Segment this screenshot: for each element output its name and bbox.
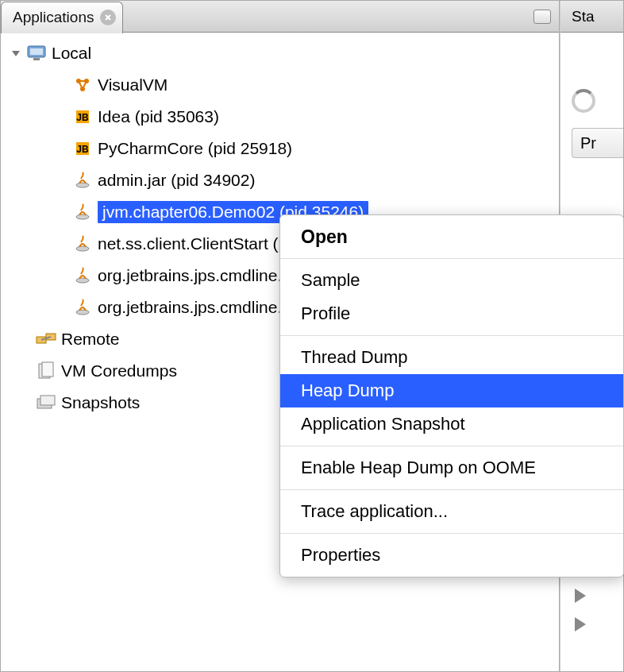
java-icon	[72, 297, 93, 318]
snapshot-icon	[36, 392, 56, 413]
menu-sample[interactable]: Sample	[280, 264, 623, 297]
menu-heap-dump[interactable]: Heap Dump	[280, 374, 623, 407]
svg-text:JB: JB	[76, 112, 89, 123]
menu-open[interactable]: Open	[280, 220, 623, 253]
tree-label: PyCharmCore (pid 25918)	[98, 139, 292, 158]
expand-icon[interactable]	[575, 617, 586, 631]
loading-indicator	[572, 79, 623, 123]
menu-label: Application Snapshot	[301, 414, 465, 434]
menu-separator	[280, 335, 623, 336]
svg-rect-5	[33, 58, 40, 60]
menu-enable-oome[interactable]: Enable Heap Dump on OOME	[280, 451, 623, 485]
svg-point-18	[76, 246, 89, 251]
context-menu: Open Sample Profile Thread Dump Heap Dum…	[279, 214, 624, 577]
tab-label: Applications	[13, 9, 94, 26]
menu-label: Trace application...	[301, 501, 448, 522]
right-tabbar: Sta	[560, 1, 623, 33]
menu-label: Open	[301, 226, 348, 248]
tree-item-idea[interactable]: JB Idea (pid 35063)	[1, 101, 559, 133]
jetbrains-icon: JB	[72, 138, 93, 159]
menu-app-snapshot[interactable]: Application Snapshot	[280, 407, 623, 441]
java-icon	[72, 234, 93, 254]
svg-point-16	[76, 183, 89, 187]
svg-text:JB: JB	[76, 144, 89, 155]
menu-separator	[280, 258, 623, 259]
tab-applications[interactable]: Applications	[1, 2, 123, 33]
right-subtab[interactable]: Pr	[572, 128, 623, 158]
restore-icon[interactable]	[533, 10, 551, 24]
tree-label: Idea (pid 35063)	[98, 107, 219, 126]
disclosure-down-icon[interactable]	[10, 48, 21, 59]
menu-label: Thread Dump	[301, 347, 408, 368]
menu-label: Sample	[301, 270, 360, 291]
spinner-icon	[572, 89, 595, 113]
svg-point-17	[76, 214, 89, 219]
menu-separator	[280, 489, 623, 490]
tree-label: VM Coredumps	[61, 361, 177, 380]
right-tab-label[interactable]: Sta	[572, 8, 595, 25]
tree-item-visualvm[interactable]: VisualVM	[1, 69, 559, 101]
tree-label: VisualVM	[98, 75, 168, 95]
tree-node-local[interactable]: Local	[1, 37, 559, 69]
java-icon	[72, 202, 93, 222]
menu-separator	[280, 533, 623, 534]
menu-label: Profile	[301, 303, 350, 324]
svg-rect-27	[40, 396, 55, 405]
svg-rect-25	[42, 362, 53, 377]
menu-label: Enable Heap Dump on OOME	[301, 458, 536, 478]
subtab-label: Pr	[580, 134, 596, 153]
menu-label: Heap Dump	[301, 380, 394, 401]
svg-marker-2	[12, 51, 20, 56]
menu-thread-dump[interactable]: Thread Dump	[280, 341, 623, 374]
expand-icon[interactable]	[575, 589, 586, 603]
tree-label: Remote	[61, 330, 120, 349]
menu-profile[interactable]: Profile	[280, 297, 623, 330]
menu-trace[interactable]: Trace application...	[280, 495, 623, 528]
java-icon	[72, 265, 93, 286]
java-icon	[72, 170, 93, 191]
tree-item-pycharm[interactable]: JB PyCharmCore (pid 25918)	[1, 133, 559, 164]
svg-point-19	[76, 278, 89, 283]
menu-properties[interactable]: Properties	[280, 539, 623, 572]
coredump-icon	[36, 361, 56, 381]
monitor-icon	[26, 43, 47, 64]
svg-rect-4	[30, 48, 43, 55]
menu-label: Properties	[301, 545, 380, 566]
tree-label: Local	[52, 44, 91, 63]
close-icon[interactable]	[100, 10, 116, 25]
visualvm-icon	[72, 75, 93, 95]
tree-label: Snapshots	[61, 393, 140, 412]
jetbrains-icon: JB	[72, 106, 93, 127]
tree-label: admin.jar (pid 34902)	[98, 171, 255, 190]
tab-bar: Applications	[1, 1, 559, 33]
remote-icon	[36, 329, 56, 350]
tree-item-adminjar[interactable]: admin.jar (pid 34902)	[1, 164, 559, 196]
menu-separator	[280, 446, 623, 446]
svg-point-20	[76, 310, 89, 315]
